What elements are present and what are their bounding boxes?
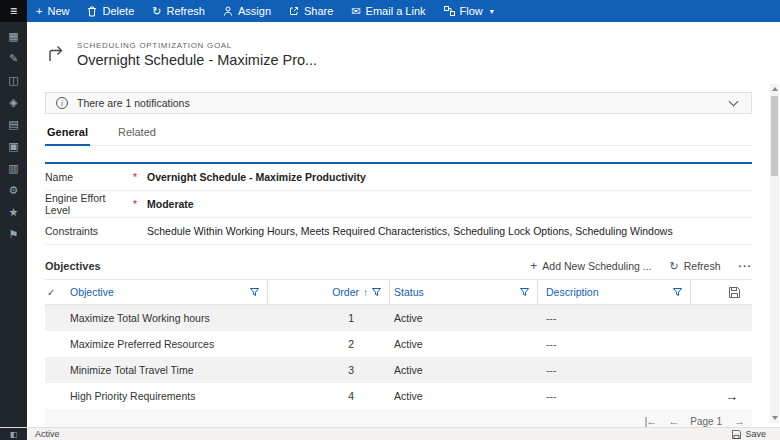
table-row[interactable]: Minimize Total Travel Time 3 Active --- [45,357,752,383]
table-row[interactable]: Maximize Total Working hours 1 Active --… [45,305,752,331]
status-bar: ◧ Active Save [0,427,780,440]
notification-expand-chevron-icon[interactable] [729,97,739,107]
scroll-up-arrow-icon[interactable] [770,84,779,94]
flow-icon [444,6,455,16]
scrollbar[interactable] [770,84,779,423]
cell-status: Active [390,383,538,409]
grid-pagination: |← ← Page 1 → [45,409,752,427]
goal-arrow-icon [45,43,67,65]
save-button[interactable]: Save [732,428,780,440]
table-row[interactable]: Maximize Preferred Resources 2 Active --… [45,331,752,357]
filter-funnel-icon[interactable] [673,288,682,297]
assign-person-icon [223,6,233,16]
chevron-down-icon: ▾ [490,7,494,16]
select-all-checkmark-icon[interactable]: ✓ [45,280,70,304]
cell-description: --- [538,305,691,331]
notification-bar: i There are 1 notifications [45,92,752,114]
plus-icon: + [530,259,537,273]
cell-description: --- [538,383,691,409]
next-page-button[interactable]: → [734,415,744,427]
tab-related[interactable]: Related [116,126,158,145]
main-content: SCHEDULING OPTIMIZATION GOAL Overnight S… [27,22,780,427]
refresh-icon: ↻ [670,260,679,273]
nav-icon-2[interactable]: ✎ [9,53,18,64]
table-row[interactable]: High Priority Requirements 4 Active --- … [45,383,752,409]
nav-icon-4[interactable]: ◈ [9,97,17,108]
command-bar: ≡ + New Delete ↻ Refresh Assign [0,0,780,22]
field-value-name[interactable]: Overnight Schedule - Maximize Productivi… [147,171,366,183]
field-label: Name [45,171,133,183]
scroll-down-arrow-icon[interactable] [770,413,779,423]
cell-status: Active [390,331,538,357]
record-header: SCHEDULING OPTIMIZATION GOAL Overnight S… [27,22,780,72]
flow-button[interactable]: Flow ▾ [435,0,503,22]
nav-icon-8[interactable]: ⚙ [9,185,19,196]
field-value-engine-effort[interactable]: Moderate [147,198,194,210]
new-button[interactable]: + New [27,0,78,22]
entity-caption: SCHEDULING OPTIMIZATION GOAL [77,41,317,50]
column-header-objective[interactable]: Objective [70,280,268,304]
nav-icon-5[interactable]: ▤ [8,119,18,130]
envelope-icon: ✉ [351,6,360,17]
required-asterisk: * [133,171,147,183]
delete-button[interactable]: Delete [78,0,143,22]
refresh-button[interactable]: ↻ Refresh [143,0,214,22]
subgrid-more-commands-button[interactable]: ··· [739,260,753,272]
field-constraints: Constraints Schedule Within Working Hour… [45,218,752,245]
nav-icon-10[interactable]: ⚑ [9,229,19,240]
field-engine-effort-level: Engine Effort Level * Moderate [45,191,752,218]
trash-icon [87,6,97,17]
cell-status: Active [390,305,538,331]
subgrid-refresh-button[interactable]: ↻ Refresh [670,260,721,273]
cell-order: 4 [268,383,390,409]
field-label: Engine Effort Level [45,192,133,216]
column-header-status[interactable]: Status [390,280,538,304]
save-disk-icon [732,430,741,439]
objectives-grid: ✓ Objective Order ↑ Status [45,279,752,427]
column-header-order[interactable]: Order ↑ [268,280,390,304]
assign-button[interactable]: Assign [214,0,280,22]
share-button[interactable]: Share [280,0,342,22]
email-a-link-button[interactable]: ✉ Email a Link [342,0,434,22]
column-header-description[interactable]: Description [538,280,691,304]
save-layout-disk-icon[interactable] [691,280,752,304]
first-page-button[interactable]: |← [644,415,656,427]
cell-objective: High Priority Requirements [70,383,268,409]
cell-status: Active [390,357,538,383]
cell-objective: Minimize Total Travel Time [70,357,268,383]
sort-ascending-icon: ↑ [363,287,368,298]
cell-order: 3 [268,357,390,383]
field-name: Name * Overnight Schedule - Maximize Pro… [45,164,752,191]
sitemap-rail: ▦ ✎ ◫ ◈ ▤ ▣ ▥ ⚙ ★ ⚑ [0,22,27,427]
nav-icon-7[interactable]: ▥ [8,163,18,174]
nav-icon-9[interactable]: ★ [9,207,19,218]
tab-general[interactable]: General [45,126,90,146]
required-asterisk: * [133,198,147,210]
notification-text: There are 1 notifications [77,97,190,109]
subgrid-header: Objectives + Add New Scheduling ... ↻ Re… [45,253,752,279]
cell-description: --- [538,331,691,357]
field-label: Constraints [45,225,133,237]
nav-icon-1[interactable]: ▦ [8,31,18,42]
filter-funnel-icon[interactable] [250,288,259,297]
refresh-icon: ↻ [152,6,161,17]
hamburger-menu-icon[interactable]: ≡ [0,0,27,22]
page-title: Overnight Schedule - Maximize Pro... [77,52,317,68]
add-new-scheduling-button[interactable]: + Add New Scheduling ... [530,259,651,273]
filter-funnel-icon[interactable] [520,288,529,297]
open-record-arrow-icon[interactable]: → [691,389,752,404]
form-tabs: General Related [45,126,752,146]
status-square-icon: ◧ [0,428,27,440]
filter-funnel-icon[interactable] [372,288,381,297]
record-status-label: Active [27,428,68,440]
cell-order: 2 [268,331,390,357]
previous-page-button[interactable]: ← [668,415,678,427]
objectives-subgrid: Objectives + Add New Scheduling ... ↻ Re… [45,253,752,427]
nav-icon-6[interactable]: ▣ [8,141,18,152]
share-icon [289,6,299,16]
nav-icon-3[interactable]: ◫ [8,75,18,86]
cell-order: 1 [268,305,390,331]
field-value-constraints[interactable]: Schedule Within Working Hours, Meets Req… [147,225,673,237]
plus-icon: + [36,6,42,17]
scrollbar-thumb[interactable] [771,96,778,176]
